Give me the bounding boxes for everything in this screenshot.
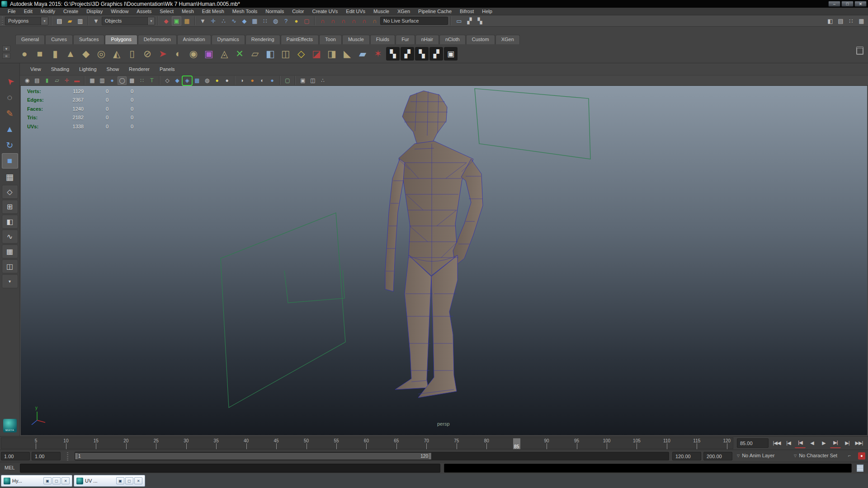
film-gate-icon[interactable]: ▥: [98, 76, 107, 85]
open-render-view-icon[interactable]: ▭: [454, 16, 464, 26]
poly-boolean-union-icon[interactable]: ◐: [171, 47, 185, 61]
time-slider-ruler[interactable]: 5101520253035404550556065707580859095100…: [1, 437, 733, 449]
animation-end-field[interactable]: 200.00: [703, 452, 732, 460]
xray-active-components-icon[interactable]: ◫: [308, 76, 317, 85]
shelf-tab-painteffects[interactable]: PaintEffects: [281, 35, 319, 44]
menu-window[interactable]: Window: [107, 8, 132, 14]
current-time-field[interactable]: 85.00: [737, 438, 769, 448]
depth-of-field-icon[interactable]: ●: [268, 76, 277, 85]
taskwin-close-icon[interactable]: ✕: [61, 477, 70, 484]
two-d-pan-zoom-icon[interactable]: ✛: [62, 76, 71, 85]
last-tool-icon[interactable]: ▦: [2, 169, 18, 184]
paint-select-tool-icon[interactable]: ✎: [2, 106, 18, 121]
poly-cube-face-icon[interactable]: ◧: [263, 47, 278, 61]
image-plane-wireframe-left[interactable]: [221, 213, 345, 408]
menu-create-uvs[interactable]: Create UVs: [308, 8, 342, 14]
wireframe-mode-icon[interactable]: ◇: [163, 76, 172, 85]
snap-to-grids-magnet-icon[interactable]: ∩: [318, 16, 327, 26]
taskwin-restore-icon[interactable]: ▢: [52, 477, 61, 484]
shelf-tab-polygons[interactable]: Polygons: [105, 35, 137, 44]
menu-help[interactable]: Help: [478, 8, 496, 14]
camera-attributes-icon[interactable]: ▤: [33, 76, 42, 85]
layout-persp-graph-icon[interactable]: ∿: [2, 230, 18, 244]
poly-insert-edge-loop-icon[interactable]: ◨: [325, 47, 339, 61]
mask-curves-icon[interactable]: ∿: [229, 16, 239, 26]
safe-title-icon[interactable]: T: [147, 76, 156, 85]
highlight-selection-icon[interactable]: ▢: [302, 16, 311, 26]
poly-pipe-icon[interactable]: ▯: [125, 47, 139, 61]
snap-to-view-planes-magnet-icon[interactable]: ∩: [359, 16, 369, 26]
textured-mode-icon[interactable]: ▩: [193, 76, 202, 85]
textured-lights-icon[interactable]: ◍: [203, 76, 212, 85]
select-camera-icon[interactable]: ◉: [23, 76, 32, 85]
layout-hypershade-persp-icon[interactable]: ▦: [2, 244, 18, 258]
shadows-icon[interactable]: ◗: [238, 76, 247, 85]
menu-edit[interactable]: Edit: [20, 8, 37, 14]
menu-create[interactable]: Create: [59, 8, 82, 14]
shelf-tab-animation[interactable]: Animation: [177, 35, 211, 44]
anim-layer-dropdown[interactable]: ▽ No Anim Layer: [737, 453, 774, 458]
live-surface-field[interactable]: No Live Surface: [380, 17, 448, 25]
menu-normals[interactable]: Normals: [261, 8, 288, 14]
lock-selection-icon[interactable]: ●: [292, 16, 301, 26]
subdiv-proxy-icon[interactable]: ▣: [202, 47, 216, 61]
default-light-icon[interactable]: ●: [212, 76, 222, 85]
auto-keyframe-toggle[interactable]: ●: [858, 452, 865, 460]
sidebar-tool-settings-icon[interactable]: ∷: [846, 16, 856, 26]
layout-four-pane-icon[interactable]: ⊞: [2, 200, 18, 214]
bookmarks-icon[interactable]: ▮: [42, 76, 52, 85]
command-language-toggle[interactable]: MEL: [5, 465, 15, 470]
poly-pyramid-icon[interactable]: ◭: [109, 47, 124, 61]
shelf-tab-surfaces[interactable]: Surfaces: [73, 35, 104, 44]
menu-muscle[interactable]: Muscle: [369, 8, 393, 14]
menu-color[interactable]: Color: [288, 8, 308, 14]
poly-quad-draw-icon[interactable]: ▰: [355, 47, 370, 61]
gate-mask-icon[interactable]: ◯: [118, 76, 127, 85]
shelf-tab-toon[interactable]: Toon: [319, 35, 342, 44]
go-to-start-button[interactable]: |◀◀: [771, 438, 782, 448]
script-editor-icon[interactable]: [857, 465, 863, 472]
panel-menu-view[interactable]: View: [25, 66, 46, 72]
shelf-tab-curves[interactable]: Curves: [45, 35, 73, 44]
range-grip[interactable]: [67, 452, 68, 460]
uv-planar-projection-icon[interactable]: ▚: [386, 47, 400, 61]
step-back-frame-button[interactable]: |◀: [783, 438, 794, 448]
selection-mask-filter-icon[interactable]: ▼: [91, 16, 101, 26]
poly-bridge-icon[interactable]: ◫: [278, 47, 293, 61]
layout-persp-outliner-icon[interactable]: ◧: [2, 215, 18, 229]
panel-menu-lighting[interactable]: Lighting: [74, 66, 102, 72]
all-lights-icon[interactable]: ●: [222, 76, 231, 85]
move-tool-icon[interactable]: ▲: [2, 122, 18, 137]
shelf-tab-fluids[interactable]: Fluids: [370, 35, 395, 44]
shelf-trash-icon[interactable]: [856, 47, 863, 55]
taskwin-cascade-icon[interactable]: ▣: [43, 477, 52, 484]
erase-view-icon[interactable]: ▬: [72, 76, 81, 85]
playback-end-field[interactable]: 120.00: [672, 452, 701, 460]
taskwin-cascade-icon[interactable]: ▣: [116, 477, 124, 484]
mask-points-icon[interactable]: ✛: [208, 16, 218, 26]
menu-edit-mesh[interactable]: Edit Mesh: [198, 8, 228, 14]
uv-automatic-projection-icon[interactable]: ▞: [429, 47, 443, 61]
taskbar-window-button[interactable]: Hy...▣▢✕: [1, 475, 72, 487]
minimize-button[interactable]: –: [828, 1, 840, 7]
step-back-key-button[interactable]: |◀: [795, 438, 806, 448]
shelf-tab-switcher[interactable]: ▾≡: [2, 46, 10, 59]
shelf-tab-muscle[interactable]: Muscle: [342, 35, 370, 44]
mask-rendering-icon[interactable]: ◍: [271, 16, 280, 26]
command-input-field[interactable]: [20, 464, 440, 473]
menu-bifrost[interactable]: Bifrost: [456, 8, 478, 14]
shelf-tab-switch-menu-icon[interactable]: ≡: [2, 53, 10, 59]
snap-to-curves-magnet-icon[interactable]: ∩: [328, 16, 338, 26]
perspective-viewport[interactable]: y Verts:112900Edges:236700Faces:124000Tr…: [21, 86, 867, 435]
poly-merge-icon[interactable]: ▱: [248, 47, 262, 61]
shelf-tab-rendering[interactable]: Rendering: [245, 35, 280, 44]
mask-misc-icon[interactable]: ?: [281, 16, 291, 26]
range-end-handle[interactable]: [429, 453, 431, 460]
mask-filter-icon[interactable]: ▼: [198, 16, 208, 26]
poly-average-vertices-icon[interactable]: ✶: [371, 47, 385, 61]
shelf-tab-xgen[interactable]: XGen: [495, 35, 520, 44]
ambient-occlusion-icon[interactable]: ●: [248, 76, 257, 85]
isolate-select-icon[interactable]: ▢: [283, 76, 292, 85]
render-current-frame-icon[interactable]: ▞: [465, 16, 474, 26]
poly-append-facet-icon[interactable]: ◣: [340, 47, 354, 61]
